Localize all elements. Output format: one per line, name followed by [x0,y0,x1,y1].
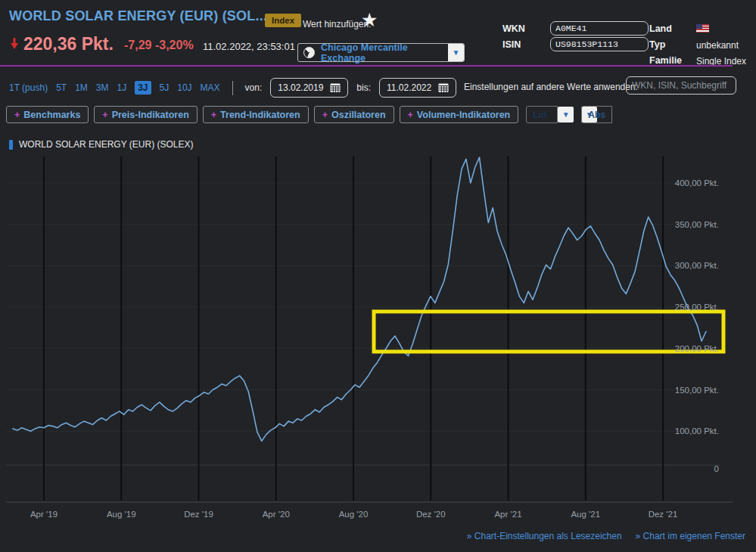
range-list: 1T (push)5T1M3M1J3J5J10JMAX [9,81,220,95]
price-timestamp: 11.02.2022, 23:53:01 [203,41,295,52]
series-name: WORLD SOLAR ENERGY (EUR) (SOLEX) [19,139,193,150]
clock-icon [303,47,315,58]
purple-divider [0,65,733,67]
x-tick-label: Apr '21 [494,510,521,519]
range-button-10j[interactable]: 10J [177,82,191,93]
range-button-5j[interactable]: 5J [160,82,170,93]
x-tick-label: Apr '20 [263,510,290,519]
chart-page: 400,00 Pkt.350,00 Pkt.300,00 Pkt.250,00 … [0,0,756,552]
x-tick-label: Dez '20 [416,510,446,519]
exchange-name: Chicago Mercantile Exchange [321,42,448,64]
price-down-arrow-icon [10,37,19,53]
us-flag-icon [696,24,709,33]
typ-label: Typ [649,39,665,50]
indicator-button-preis-indikatoren[interactable]: +Preis-Indikatoren [94,106,197,123]
indicator-list: +Benchmarks+Preis-Indikatoren+Trend-Indi… [6,106,518,123]
y-tick-label: 300,00 Pkt. [675,261,719,270]
x-tick-label: Aug '20 [339,510,369,519]
price-change: -7,29 -3,20% [124,39,194,52]
x-axis-labels: Apr '19Aug '19Dez '19Apr '20Aug '20Dez '… [30,510,677,519]
y-tick-label: 0 [714,464,719,473]
isin-label: ISIN [502,39,521,50]
x-tick-label: Apr '19 [30,510,58,519]
range-button-1j[interactable]: 1J [117,82,127,93]
y-tick-label: 250,00 Pkt. [675,302,719,312]
von-label: von: [245,82,263,93]
abs-dropdown[interactable]: Abs ▼ [581,107,597,122]
land-label: Land [649,23,672,34]
date-from-picker[interactable]: 13.02.2019 [270,78,348,98]
abs-dropdown-value: Abs [581,106,612,123]
horizontal-gridlines [6,183,733,502]
footer-links: » Chart-Einstellungen als Lesezeichen » … [0,531,745,541]
instrument-type-badge: Index [265,14,301,27]
range-button-5t[interactable]: 5T [56,82,67,93]
chart-legend: WORLD SOLAR ENERGY (EUR) (SOLEX) [9,139,193,150]
y-tick-label: 200,00 Pkt. [675,344,719,353]
scale-dropdown-value: Lin [526,106,558,123]
toolbar-separator [232,81,233,95]
range-toolbar: 1T (push)5T1M3M1J3J5J10JMAX von: 13.02.2… [9,78,456,98]
x-tick-label: Aug '19 [107,510,136,519]
range-button-3m[interactable]: 3M [96,82,109,93]
isin-field[interactable] [550,37,649,51]
range-button-3j[interactable]: 3J [135,81,151,95]
range-button-max[interactable]: MAX [201,82,220,93]
plus-icon: + [14,110,20,120]
wkn-field[interactable] [550,21,649,36]
y-tick-label: 350,00 Pkt. [675,220,719,229]
instrument-title: WORLD SOLAR ENERGY (EUR) (SOL... [9,8,267,24]
indicator-label: Volumen-Indikatoren [417,110,510,120]
plus-icon: + [211,110,216,120]
exchange-select[interactable]: Chicago Mercantile Exchange ▼ [297,43,465,62]
current-price: 220,36 Pkt. [23,34,114,54]
open-window-link[interactable]: » Chart im eigenen Fenster [636,531,745,541]
y-tick-label: 150,00 Pkt. [675,386,719,395]
price-line [13,157,706,441]
x-tick-label: Aug '21 [571,510,600,519]
vertical-gridlines [44,157,663,501]
plus-icon: + [102,110,107,120]
indicator-label: Trend-Indikatoren [220,110,300,120]
indicator-button-oszillatoren[interactable]: +Oszillatoren [314,106,394,123]
highlight-annotation-box [374,312,723,352]
calendar-icon [438,82,449,93]
search-input[interactable] [626,76,736,95]
range-button-1m[interactable]: 1M [75,82,88,93]
range-button-1t-push-[interactable]: 1T (push) [9,82,48,93]
apply-settings-label: Einstellungen auf andere Werte anwenden: [464,82,638,92]
indicator-label: Benchmarks [23,110,80,120]
calendar-icon [330,82,341,93]
x-tick-label: Dez '19 [184,510,213,519]
indicator-label: Preis-Indikatoren [112,110,189,120]
wkn-label: WKN [502,23,525,34]
indicator-button-benchmarks[interactable]: +Benchmarks [6,106,89,123]
y-tick-label: 100,00 Pkt. [675,426,719,436]
bis-label: bis: [356,82,371,93]
date-to-value: 11.02.2022 [387,82,431,93]
plus-icon: + [322,110,328,120]
indicator-button-volumen-indikatoren[interactable]: +Volumen-Indikatoren [400,106,519,123]
y-tick-label: 400,00 Pkt. [675,178,719,188]
series-color-icon [9,140,13,150]
bookmark-settings-link[interactable]: » Chart-Einstellungen als Lesezeichen [467,531,622,541]
indicator-button-trend-indikatoren[interactable]: +Trend-Indikatoren [203,106,309,123]
date-to-picker[interactable]: 11.02.2022 [379,78,456,98]
chevron-down-icon[interactable]: ▼ [448,44,464,61]
plus-icon: + [408,110,413,120]
familie-label: Familie [649,55,682,66]
x-tick-label: Dez '21 [649,510,678,519]
typ-value: unbekannt [696,40,739,51]
indicator-toolbar: +Benchmarks+Preis-Indikatoren+Trend-Indi… [6,106,597,123]
date-from-value: 13.02.2019 [278,82,323,93]
watchlist-star-icon[interactable]: ★ [361,9,378,31]
indicator-label: Oszillatoren [331,110,386,120]
scale-dropdown[interactable]: Lin ▼ [526,106,574,123]
chevron-down-icon[interactable]: ▼ [558,107,574,122]
